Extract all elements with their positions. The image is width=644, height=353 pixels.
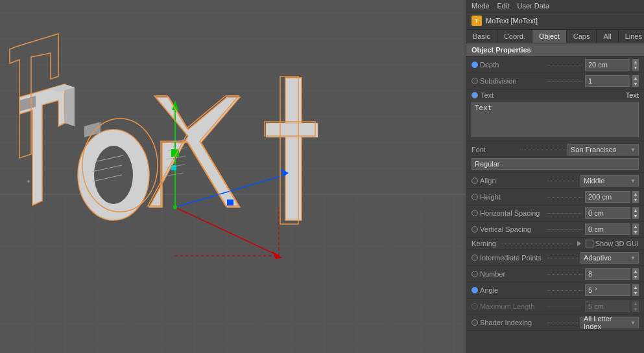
depth-label: Depth xyxy=(480,61,545,69)
horiz-spacing-input[interactable] xyxy=(585,207,630,219)
height-input[interactable] xyxy=(585,191,630,203)
intermediate-points-value: Adaptive xyxy=(584,254,612,262)
vert-spacing-value-container: ▲ ▼ xyxy=(585,223,639,235)
horiz-down[interactable]: ▼ xyxy=(632,213,639,219)
max-length-value-container: ▲ ▼ xyxy=(585,301,639,312)
depth-input[interactable] xyxy=(585,59,630,71)
horiz-spacing-radio[interactable] xyxy=(471,210,478,216)
tab-caps[interactable]: Caps xyxy=(567,30,597,43)
right-panel: Mode Edit User Data T MoText [MoText] Ba… xyxy=(466,0,644,353)
max-length-row: Maximum Length ▲ ▼ xyxy=(466,299,644,315)
subdivision-value-container: ▲ ▼ xyxy=(585,75,639,87)
menu-mode[interactable]: Mode xyxy=(471,2,490,10)
shader-indexing-label: Shader Indexing xyxy=(480,319,545,326)
height-up[interactable]: ▲ xyxy=(632,191,639,197)
shader-indexing-radio[interactable] xyxy=(471,319,478,326)
svg-point-73 xyxy=(173,205,177,209)
depth-up[interactable]: ▲ xyxy=(632,59,639,65)
subdivision-down[interactable]: ▼ xyxy=(632,81,639,87)
angle-value-container: ▲ ▼ xyxy=(585,284,639,296)
angle-input[interactable] xyxy=(585,284,630,296)
max-length-down[interactable]: ▼ xyxy=(632,306,639,312)
kerning-expand-icon[interactable] xyxy=(577,241,581,246)
subdivision-spinner[interactable]: ▲ ▼ xyxy=(632,75,639,87)
align-row: Align Middle ▼ xyxy=(466,173,644,189)
align-arrow: ▼ xyxy=(630,178,636,184)
number-down[interactable]: ▼ xyxy=(632,274,639,280)
horiz-up[interactable]: ▲ xyxy=(632,207,639,213)
angle-up[interactable]: ▲ xyxy=(632,284,639,290)
font-label: Font xyxy=(471,146,519,154)
align-radio[interactable] xyxy=(471,177,478,184)
font-style-input[interactable] xyxy=(471,158,639,170)
menu-edit[interactable]: Edit xyxy=(497,2,510,10)
number-radio[interactable] xyxy=(471,271,478,277)
motext-icon: T xyxy=(471,16,482,26)
height-down[interactable]: ▼ xyxy=(632,197,639,203)
horiz-spacing-spinner[interactable]: ▲ ▼ xyxy=(632,207,639,219)
number-row: Number ▲ ▼ xyxy=(466,266,644,282)
vert-up[interactable]: ▲ xyxy=(632,223,639,229)
text-radio[interactable] xyxy=(471,92,478,98)
object-title-bar: T MoText [MoText] xyxy=(466,12,644,30)
vert-spacing-input[interactable] xyxy=(585,223,630,235)
angle-spinner[interactable]: ▲ ▼ xyxy=(632,284,639,296)
tab-coord[interactable]: Coord. xyxy=(497,30,532,43)
intermediate-points-radio[interactable] xyxy=(471,255,478,261)
max-length-input[interactable] xyxy=(585,301,630,312)
svg-point-43 xyxy=(94,146,133,204)
angle-row: Angle ▲ ▼ xyxy=(466,282,644,299)
tab-object[interactable]: Object xyxy=(532,30,567,43)
height-radio[interactable] xyxy=(471,194,478,200)
tab-all[interactable]: All xyxy=(597,30,618,43)
subdivision-radio[interactable] xyxy=(471,78,478,84)
number-up[interactable]: ▲ xyxy=(632,268,639,274)
vert-spacing-row: Vertical Spacing ▲ ▼ xyxy=(466,222,644,238)
font-dropdown[interactable]: San Francisco ▼ xyxy=(567,144,639,155)
text-textarea[interactable]: Text xyxy=(471,102,639,137)
depth-radio[interactable] xyxy=(471,62,478,68)
horiz-spacing-value-container: ▲ ▼ xyxy=(585,207,639,219)
intermediate-points-dropdown[interactable]: Adaptive ▼ xyxy=(580,252,639,264)
subdivision-up[interactable]: ▲ xyxy=(632,75,639,81)
max-length-spinner[interactable]: ▲ ▼ xyxy=(632,301,639,312)
menu-user-data[interactable]: User Data xyxy=(518,2,550,10)
text-row: Text Text Text xyxy=(466,89,644,141)
vert-spacing-label: Vertical Spacing xyxy=(480,225,545,233)
max-length-up[interactable]: ▲ xyxy=(632,301,639,306)
align-value: Middle xyxy=(584,177,604,185)
number-spinner[interactable]: ▲ ▼ xyxy=(632,268,639,280)
intermediate-points-arrow: ▼ xyxy=(630,255,636,261)
show-3d-gui-check[interactable]: Show 3D GUI xyxy=(586,240,639,247)
intermediate-points-row: Intermediate Points Adaptive ▼ xyxy=(466,250,644,266)
vert-down[interactable]: ▼ xyxy=(632,229,639,235)
align-label: Align xyxy=(480,177,545,185)
height-value-container: ▲ ▼ xyxy=(585,191,639,203)
svg-rect-48 xyxy=(285,78,302,220)
align-value-container: Middle ▼ xyxy=(580,175,639,187)
angle-down[interactable]: ▼ xyxy=(632,290,639,296)
depth-row: Depth ▲ ▼ xyxy=(466,57,644,73)
max-length-radio[interactable] xyxy=(471,303,478,310)
object-name: MoText [MoText] xyxy=(486,17,538,25)
tab-lines[interactable]: Lines xyxy=(619,30,644,43)
depth-down[interactable]: ▼ xyxy=(632,65,639,71)
shader-indexing-dropdown[interactable]: All Letter Index ▼ xyxy=(580,317,639,328)
vert-spacing-radio[interactable] xyxy=(471,226,478,233)
show-3d-gui-checkbox[interactable] xyxy=(586,240,593,247)
number-value-container: ▲ ▼ xyxy=(585,268,639,280)
vert-spacing-spinner[interactable]: ▲ ▼ xyxy=(632,223,639,235)
angle-radio[interactable] xyxy=(471,287,478,293)
subdivision-label: Subdivision xyxy=(480,77,545,85)
subdivision-input[interactable] xyxy=(585,75,630,87)
align-dropdown[interactable]: Middle ▼ xyxy=(580,175,639,187)
show-3d-gui-label: Show 3D GUI xyxy=(595,240,639,247)
shader-indexing-arrow: ▼ xyxy=(630,320,636,326)
depth-spinner[interactable]: ▲ ▼ xyxy=(632,59,639,71)
3d-viewport[interactable] xyxy=(0,0,466,353)
subdivision-row: Subdivision ▲ ▼ xyxy=(466,73,644,89)
height-spinner[interactable]: ▲ ▼ xyxy=(632,191,639,203)
tab-basic[interactable]: Basic xyxy=(466,30,497,43)
number-input[interactable] xyxy=(585,268,630,280)
horiz-spacing-row: Horizontal Spacing ▲ ▼ xyxy=(466,205,644,222)
